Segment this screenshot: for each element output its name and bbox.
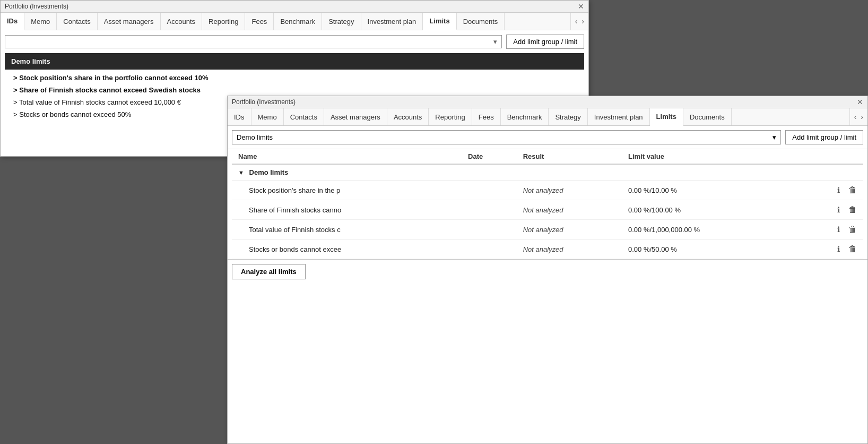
row-3-delete-icon[interactable]: 🗑 bbox=[848, 225, 857, 234]
tab-accounts-w2[interactable]: Accounts bbox=[387, 108, 429, 125]
table-row: Stock position's share in the p Not anal… bbox=[232, 181, 863, 200]
row-1-name: Stock position's share in the p bbox=[232, 181, 462, 200]
limit-selector-row: Demo limits ▾ Add limit group / limit bbox=[228, 126, 867, 149]
table-row: Total value of Finnish stocks c Not anal… bbox=[232, 220, 863, 240]
window-2-title: Portfolio (Investments) bbox=[232, 98, 296, 106]
add-limit-button-w1[interactable]: Add limit group / limit bbox=[506, 35, 584, 49]
row-2-actions: ℹ 🗑 bbox=[789, 200, 863, 220]
row-1-delete-icon[interactable]: 🗑 bbox=[848, 185, 857, 195]
tab-benchmark-w2[interactable]: Benchmark bbox=[501, 108, 549, 125]
search-input-field[interactable] bbox=[10, 38, 493, 46]
tab-reporting-w1[interactable]: Reporting bbox=[202, 13, 245, 30]
row-2-info-icon[interactable]: ℹ bbox=[832, 204, 844, 216]
row-3-result: Not analyzed bbox=[517, 220, 622, 240]
col-date: Date bbox=[462, 149, 517, 164]
limits-table: Name Date Result Limit value ▼ Demo limi… bbox=[232, 149, 863, 259]
tab-documents-w2[interactable]: Documents bbox=[683, 108, 732, 125]
search-row: ▾ Add limit group / limit bbox=[5, 35, 584, 49]
table-row: Stocks or bonds cannot excee Not analyze… bbox=[232, 240, 863, 259]
col-limit-value: Limit value bbox=[622, 149, 789, 164]
table-header: Name Date Result Limit value bbox=[232, 149, 863, 164]
row-2-limit-value: 0.00 %/100.00 % bbox=[622, 200, 789, 220]
tab-strategy-w1[interactable]: Strategy bbox=[322, 13, 361, 30]
row-4-date bbox=[462, 240, 517, 259]
limit-dropdown-arrow: ▾ bbox=[772, 133, 776, 141]
tab-investment-plan-w2[interactable]: Investment plan bbox=[588, 108, 650, 125]
row-3-limit-value: 0.00 %/1,000,000.00 % bbox=[622, 220, 789, 240]
tab-asset-managers-w2[interactable]: Asset managers bbox=[324, 108, 387, 125]
tab-nav-left-w1[interactable]: ‹ bbox=[573, 16, 580, 27]
tab-documents-w1[interactable]: Documents bbox=[457, 13, 505, 30]
tab-reporting-w2[interactable]: Reporting bbox=[429, 108, 472, 125]
limit-group-search[interactable]: ▾ bbox=[5, 35, 502, 48]
tab-ids-w2[interactable]: IDs bbox=[228, 108, 251, 125]
row-1-result: Not analyzed bbox=[517, 181, 622, 200]
row-2-actions-cell: ℹ 🗑 bbox=[796, 204, 857, 216]
window-foreground: Portfolio (Investments) ✕ IDs Memo Conta… bbox=[227, 96, 868, 444]
row-2-date bbox=[462, 200, 517, 220]
row-1-info-icon[interactable]: ℹ bbox=[832, 184, 844, 196]
row-1-actions-cell: ℹ 🗑 bbox=[796, 184, 857, 196]
limit-item-2[interactable]: > Share of Finnish stocks cannot exceed … bbox=[5, 84, 584, 96]
table-body: ▼ Demo limits Stock position's share in … bbox=[232, 164, 863, 259]
row-4-actions: ℹ 🗑 bbox=[789, 240, 863, 259]
window-1-close-button[interactable]: ✕ bbox=[578, 3, 584, 10]
window-1-tab-bar: IDs Memo Contacts Asset managers Account… bbox=[1, 13, 588, 30]
window-2-footer: Analyze all limits bbox=[228, 259, 867, 284]
row-3-name: Total value of Finnish stocks c bbox=[232, 220, 462, 240]
tab-limits-w2[interactable]: Limits bbox=[650, 108, 683, 126]
limit-group-dropdown[interactable]: Demo limits ▾ bbox=[232, 130, 781, 144]
group-toggle-icon[interactable]: ▼ bbox=[238, 169, 244, 176]
window-2-close-button[interactable]: ✕ bbox=[857, 98, 863, 106]
tab-contacts-w1[interactable]: Contacts bbox=[57, 13, 97, 30]
row-3-actions-cell: ℹ 🗑 bbox=[796, 224, 857, 235]
window-2-tab-bar: IDs Memo Contacts Asset managers Account… bbox=[228, 108, 867, 126]
row-3-actions: ℹ 🗑 bbox=[789, 220, 863, 240]
row-2-delete-icon[interactable]: 🗑 bbox=[848, 205, 857, 215]
row-4-info-icon[interactable]: ℹ bbox=[832, 243, 844, 255]
window-2-title-bar: Portfolio (Investments) ✕ bbox=[228, 96, 867, 108]
tab-nav-right-w1[interactable]: › bbox=[579, 16, 586, 27]
limit-group-header: Demo limits bbox=[5, 53, 584, 70]
tab-limits-w1[interactable]: Limits bbox=[423, 13, 456, 30]
row-1-actions: ℹ 🗑 bbox=[789, 181, 863, 200]
search-dropdown-arrow: ▾ bbox=[493, 38, 497, 46]
row-4-actions-cell: ℹ 🗑 bbox=[796, 243, 857, 255]
tab-strategy-w2[interactable]: Strategy bbox=[549, 108, 587, 125]
col-result: Result bbox=[517, 149, 622, 164]
tab-accounts-w1[interactable]: Accounts bbox=[161, 13, 202, 30]
group-row-name: ▼ Demo limits bbox=[232, 164, 863, 181]
add-limit-button-w2[interactable]: Add limit group / limit bbox=[785, 130, 863, 144]
row-4-name: Stocks or bonds cannot excee bbox=[232, 240, 462, 259]
row-3-info-icon[interactable]: ℹ bbox=[832, 224, 844, 235]
row-2-name: Share of Finnish stocks canno bbox=[232, 200, 462, 220]
window-1-title-bar: Portfolio (Investments) ✕ bbox=[1, 1, 588, 13]
limits-table-wrapper: Name Date Result Limit value ▼ Demo limi… bbox=[228, 149, 867, 259]
row-4-limit-value: 0.00 %/50.00 % bbox=[622, 240, 789, 259]
row-4-result: Not analyzed bbox=[517, 240, 622, 259]
col-name: Name bbox=[232, 149, 462, 164]
tab-fees-w2[interactable]: Fees bbox=[472, 108, 501, 125]
tab-asset-managers-w1[interactable]: Asset managers bbox=[98, 13, 161, 30]
tab-contacts-w2[interactable]: Contacts bbox=[284, 108, 324, 125]
limit-group-selected: Demo limits bbox=[237, 133, 273, 141]
table-row: Share of Finnish stocks canno Not analyz… bbox=[232, 200, 863, 220]
tab-investment-plan-w1[interactable]: Investment plan bbox=[361, 13, 423, 30]
limit-item-1[interactable]: > Stock position's share in the portfoli… bbox=[5, 72, 584, 84]
row-1-date bbox=[462, 181, 517, 200]
window-1-title: Portfolio (Investments) bbox=[5, 3, 68, 10]
tab-nav-right-w2[interactable]: › bbox=[858, 112, 865, 122]
tab-nav-left-w2[interactable]: ‹ bbox=[852, 112, 859, 122]
tab-memo-w2[interactable]: Memo bbox=[251, 108, 284, 125]
analyze-all-limits-button[interactable]: Analyze all limits bbox=[232, 264, 306, 279]
row-1-limit-value: 0.00 %/10.00 % bbox=[622, 181, 789, 200]
tab-nav-arrows-w1: ‹ › bbox=[570, 13, 588, 30]
tab-benchmark-w1[interactable]: Benchmark bbox=[274, 13, 322, 30]
col-actions bbox=[789, 149, 863, 164]
tab-memo-w1[interactable]: Memo bbox=[24, 13, 57, 30]
tab-nav-arrows-w2: ‹ › bbox=[849, 108, 867, 125]
tab-ids-w1[interactable]: IDs bbox=[1, 13, 24, 30]
row-3-date bbox=[462, 220, 517, 240]
row-4-delete-icon[interactable]: 🗑 bbox=[848, 244, 857, 254]
tab-fees-w1[interactable]: Fees bbox=[245, 13, 274, 30]
